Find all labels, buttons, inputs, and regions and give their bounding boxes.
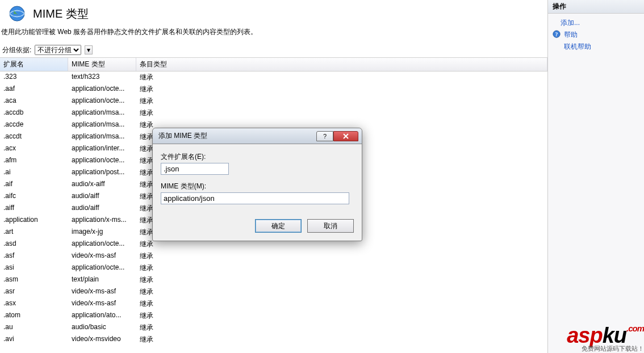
cell-ext: .afm — [0, 155, 68, 167]
ext-label: 文件扩展名(E): — [161, 152, 354, 162]
cell-mime: audio/aiff — [68, 191, 136, 203]
svg-point-0 — [10, 6, 24, 21]
group-by-label: 分组依据: — [2, 45, 31, 55]
cell-ext: .application — [0, 215, 68, 226]
table-row[interactable]: .asmtext/plain继承 — [0, 274, 547, 286]
col-mime[interactable]: MIME 类型 — [68, 58, 136, 71]
table-row[interactable]: .atomapplication/ato...继承 — [0, 310, 547, 322]
ok-button[interactable]: 确定 — [255, 219, 302, 233]
cell-entry: 继承 — [136, 322, 547, 334]
col-entry[interactable]: 条目类型 — [136, 58, 547, 71]
cell-mime: application/msa... — [68, 119, 136, 131]
cell-mime: application/msa... — [68, 107, 136, 119]
cell-mime: application/ato... — [68, 310, 136, 322]
cell-ext: .aiff — [0, 203, 68, 215]
globe-icon — [8, 5, 26, 23]
table-row[interactable]: .323text/h323继承 — [0, 72, 547, 83]
page-description: 使用此功能管理被 Web 服务器用作静态文件的文件扩展名和关联的内容类型的列表。 — [0, 25, 547, 45]
dialog-help-button[interactable]: ? — [316, 131, 333, 141]
dialog-title: 添加 MIME 类型 — [158, 131, 316, 141]
mime-input[interactable] — [161, 192, 349, 204]
cell-ext: .ai — [0, 167, 68, 179]
cell-ext: .asf — [0, 250, 68, 262]
cell-ext: .aifc — [0, 191, 68, 203]
actions-heading: 操作 — [548, 0, 644, 14]
cell-mime: application/inter... — [68, 143, 136, 155]
group-options-button[interactable]: ▾ — [85, 45, 93, 54]
action-help[interactable]: ? 帮助 — [550, 29, 642, 41]
cell-ext: .art — [0, 226, 68, 238]
cell-ext: .asr — [0, 286, 68, 298]
cell-mime: audio/basic — [68, 322, 136, 334]
cell-entry: 继承 — [136, 310, 547, 322]
cell-entry: 继承 — [136, 286, 547, 298]
cell-mime: video/x-ms-asf — [68, 298, 136, 310]
cell-entry: 继承 — [136, 250, 547, 262]
cell-ext: .accdb — [0, 107, 68, 119]
watermark-logo: aspku.com 免费网站源码下载站！ — [567, 323, 644, 353]
cancel-button[interactable]: 取消 — [307, 219, 354, 233]
cell-ext: .asx — [0, 298, 68, 310]
cell-ext: .323 — [0, 72, 68, 83]
table-row[interactable]: .auaudio/basic继承 — [0, 322, 547, 334]
page-title: MIME 类型 — [33, 6, 89, 22]
cell-ext: .accdt — [0, 131, 68, 143]
cell-entry: 继承 — [136, 334, 547, 346]
cell-mime: application/octe... — [68, 262, 136, 274]
cell-mime: application/octe... — [68, 95, 136, 107]
cell-ext: .aaf — [0, 83, 68, 95]
cell-ext: .aca — [0, 95, 68, 107]
cell-ext: .asi — [0, 262, 68, 274]
cell-ext: .au — [0, 322, 68, 334]
cell-ext: .asm — [0, 274, 68, 286]
cell-ext: .aif — [0, 179, 68, 191]
cell-entry: 继承 — [136, 107, 547, 119]
cell-mime: application/msa... — [68, 131, 136, 143]
dialog-close-button[interactable] — [333, 131, 358, 141]
add-mime-dialog: 添加 MIME 类型 ? 文件扩展名(E): MIME 类型(M): 确定 取消 — [152, 128, 362, 241]
cell-mime: video/x-msvideo — [68, 334, 136, 346]
cell-mime: application/octe... — [68, 83, 136, 95]
cell-mime: application/post... — [68, 167, 136, 179]
cell-entry: 继承 — [136, 72, 547, 83]
cell-mime: application/octe... — [68, 155, 136, 167]
cell-mime: image/x-jg — [68, 226, 136, 238]
cell-entry: 继承 — [136, 262, 547, 274]
help-icon: ? — [553, 30, 561, 40]
cell-entry: 继承 — [136, 274, 547, 286]
ext-input[interactable] — [161, 163, 229, 175]
cell-mime: audio/aiff — [68, 203, 136, 215]
group-by-select[interactable]: 不进行分组 — [35, 45, 81, 55]
cell-entry: 继承 — [136, 298, 547, 310]
cell-mime: audio/x-aiff — [68, 179, 136, 191]
cell-ext: .atom — [0, 310, 68, 322]
table-row[interactable]: .asfvideo/x-ms-asf继承 — [0, 250, 547, 262]
table-row[interactable]: .asrvideo/x-ms-asf继承 — [0, 286, 547, 298]
cell-mime: application/x-ms... — [68, 215, 136, 226]
table-row[interactable]: .asiapplication/octe...继承 — [0, 262, 547, 274]
cell-ext: .avi — [0, 334, 68, 346]
table-row[interactable]: .acaapplication/octe...继承 — [0, 95, 547, 107]
action-add[interactable]: 添加... — [550, 17, 642, 29]
cell-mime: video/x-ms-asf — [68, 286, 136, 298]
cell-entry: 继承 — [136, 95, 547, 107]
cell-mime: text/plain — [68, 274, 136, 286]
mime-label: MIME 类型(M): — [161, 182, 354, 191]
col-extension[interactable]: 扩展名 — [0, 58, 68, 71]
cell-mime: video/x-ms-asf — [68, 250, 136, 262]
table-row[interactable]: .avivideo/x-msvideo继承 — [0, 334, 547, 346]
table-row[interactable]: .aafapplication/octe...继承 — [0, 83, 547, 95]
cell-entry: 继承 — [136, 83, 547, 95]
cell-ext: .accde — [0, 119, 68, 131]
cell-mime: text/h323 — [68, 72, 136, 83]
table-row[interactable]: .accdbapplication/msa...继承 — [0, 107, 547, 119]
svg-text:?: ? — [555, 31, 558, 37]
cell-ext: .asd — [0, 238, 68, 250]
table-row[interactable]: .asxvideo/x-ms-asf继承 — [0, 298, 547, 310]
cell-ext: .acx — [0, 143, 68, 155]
action-online-help[interactable]: 联机帮助 — [550, 41, 642, 53]
cell-mime: application/octe... — [68, 238, 136, 250]
